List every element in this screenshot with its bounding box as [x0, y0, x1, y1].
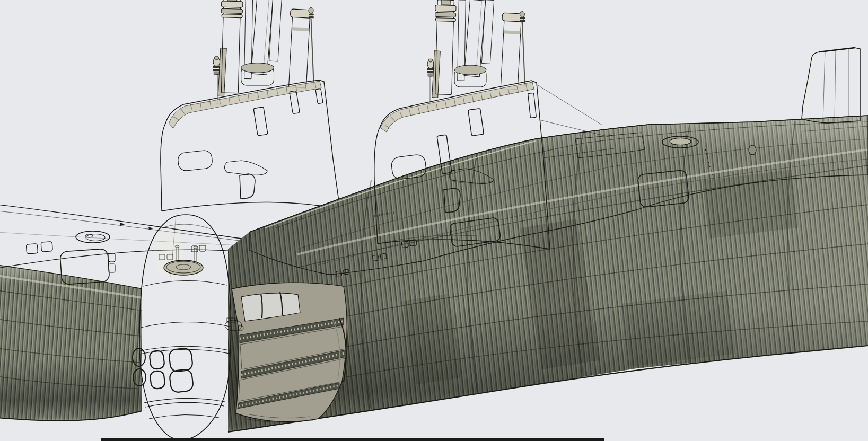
ring-frame-hull-far — [0, 265, 142, 421]
bottom-bar — [101, 438, 604, 441]
flood-cutaway — [225, 283, 347, 422]
deck-hole — [749, 145, 756, 155]
cad-viewport[interactable] — [0, 0, 868, 441]
